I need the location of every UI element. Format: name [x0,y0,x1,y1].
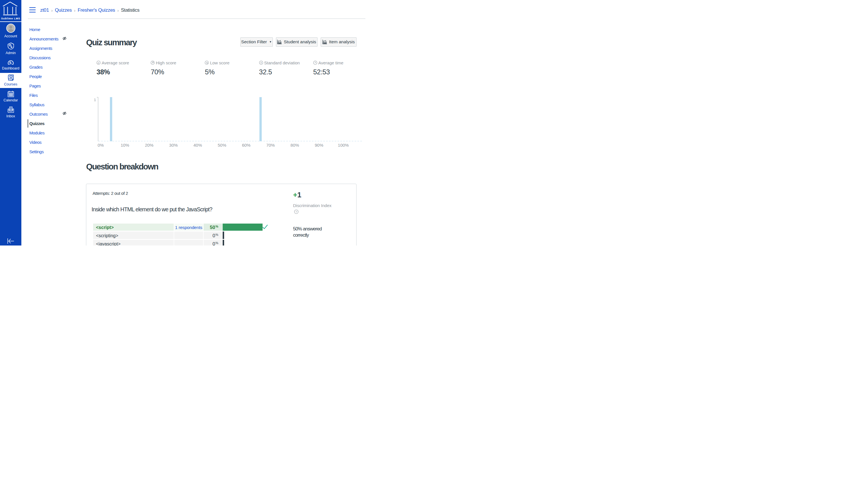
svg-text:σ: σ [260,61,262,64]
svg-text:?: ? [295,210,297,213]
svg-text:μ: μ [98,61,99,64]
